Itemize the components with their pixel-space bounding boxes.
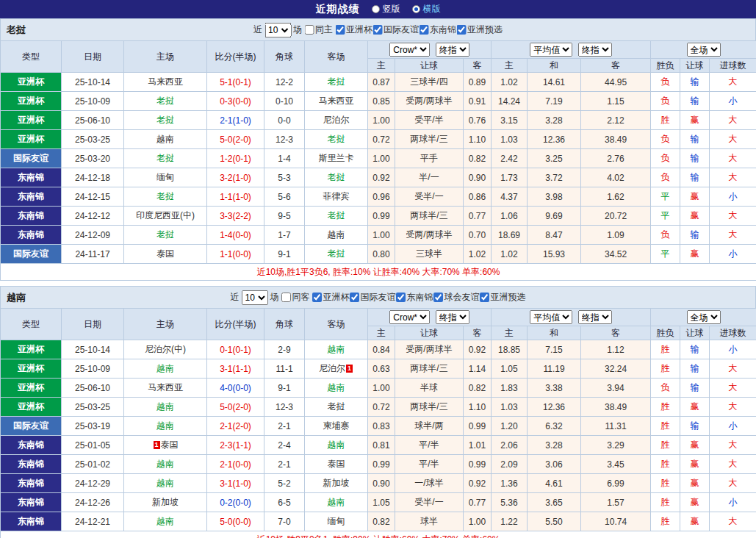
match-row: 亚洲杯 25-10-14 尼泊尔(中) 0-1(0-1) 2-9 越南 0.84… [1,340,756,359]
match-row: 国际友谊 25-03-19 越南 2-1(2-0) 2-1 柬埔寨 0.83 球… [1,417,756,436]
competition-badge: 东南锦 [1,436,62,455]
match-date: 24-12-12 [62,207,124,226]
checkbox-icon[interactable] [350,293,359,302]
col-header-corner: 角球 [264,41,305,73]
checkbox-icon[interactable] [304,25,314,35]
away-team: 老挝 [305,73,368,92]
checkbox-icon[interactable] [480,293,489,302]
team-label: 泰国 [161,440,179,450]
result-goals: 小 [710,92,756,111]
away-team: 老挝 [305,207,368,226]
sub-header-euro-away: 客 [581,59,651,73]
home-team: 老挝 [124,149,207,168]
checkbox-icon[interactable] [396,293,406,302]
team-label: 缅甸 [328,516,345,526]
competition-checkbox[interactable]: 球会友谊 [433,291,480,304]
result-goals: 大 [710,359,756,379]
euro-draw-odds: 6.32 [528,417,581,436]
match-row: 东南锦 24-12-15 老挝 1-1(1-0) 5-6 菲律宾 0.96 受半… [1,187,756,207]
euro-draw-odds: 7.15 [528,340,581,359]
corner-count: 12-2 [264,73,305,92]
col-header-away: 客场 [305,309,368,340]
checkbox-icon[interactable] [312,293,322,302]
checkbox-icon[interactable] [335,25,345,35]
euro-home-odds: 5.36 [492,493,528,512]
asian-home-odds: 0.83 [368,417,395,436]
asian-handicap: 两球半/三 [395,398,464,417]
full-match-select[interactable]: 全场 [687,310,721,324]
asian-handicap: 受两/两球半 [395,226,464,245]
radio-icon[interactable] [412,5,420,13]
competition-checkbox[interactable]: 亚洲杯 [335,24,372,36]
section-header: 老挝 近 10 场 同主 亚洲杯国际友谊东南锦亚洲预选 [0,18,756,40]
match-date: 25-03-25 [62,130,124,149]
bookmaker-select[interactable]: Crow* [389,310,430,324]
checkbox-icon[interactable] [456,25,466,35]
competition-checkbox[interactable]: 亚洲杯 [312,291,350,304]
same-venue-checkbox[interactable]: 同客 [281,291,310,304]
competition-checkbox[interactable]: 亚洲预选 [456,24,503,36]
euro-draw-odds: 14.61 [528,73,581,92]
result-wdl: 负 [651,130,680,149]
score: 5-0(2-0) [207,398,264,417]
euro-average-select[interactable]: 平均值 [530,43,572,57]
match-date: 25-01-05 [62,436,124,455]
result-wdl: 胜 [651,359,680,379]
sub-header-euro-draw: 和 [528,59,581,73]
result-goals: 大 [710,379,756,398]
euro-away-odds: 1.57 [581,493,651,512]
full-match-select[interactable]: 全场 [687,43,721,57]
layout-radio-vertical[interactable]: 竖版 [372,3,400,15]
checkbox-icon[interactable] [372,25,382,35]
asian-handicap: 一/球半 [395,474,464,493]
euro-home-odds: 1.03 [492,398,528,417]
match-count-select[interactable]: 10 [242,290,268,305]
result-goals: 大 [710,398,756,417]
score: 1-1(1-0) [207,187,264,207]
result-goals: 小 [710,493,756,512]
euro-average-select[interactable]: 平均值 [530,310,572,324]
sub-header-wdl: 胜负 [651,59,680,73]
red-card-icon: 1 [154,441,160,449]
competition-checkbox[interactable]: 国际友谊 [350,291,396,304]
result-goals: 大 [710,130,756,149]
asian-away-odds: 1.14 [464,359,492,379]
asian-handicap: 两球半/三 [395,130,464,149]
team-label: 老挝 [328,401,345,412]
result-handicap: 输 [680,340,710,359]
asian-handicap: 受两/两球半 [395,92,464,111]
checkbox-icon[interactable] [419,25,428,35]
layout-radio-horizontal[interactable]: 横版 [412,3,441,15]
asian-away-odds: 1.10 [464,130,492,149]
result-handicap: 输 [680,149,710,168]
competition-checkbox[interactable]: 东南锦 [396,291,433,304]
corner-count: 9-5 [264,207,305,226]
euro-home-odds: 2.09 [492,455,528,474]
match-date: 25-03-20 [62,149,124,168]
euro-odds-time-select[interactable]: 终指 [578,310,612,324]
asian-handicap: 球半/两 [395,417,464,436]
sub-header-handicap: 让球 [395,59,464,73]
asian-home-odds: 0.72 [368,130,395,149]
asian-odds-time-select[interactable]: 终指 [436,310,469,324]
asian-odds-time-select[interactable]: 终指 [436,43,469,57]
competition-checkbox[interactable]: 国际友谊 [372,24,419,36]
result-handicap: 输 [680,130,710,149]
team-label: 老挝 [156,115,174,125]
radio-icon[interactable] [372,5,380,13]
competition-checkbox[interactable]: 东南锦 [419,24,456,36]
result-wdl: 胜 [651,493,680,512]
bookmaker-select[interactable]: Crow* [389,43,430,57]
result-wdl: 负 [651,92,680,111]
home-team: 越南 [124,130,207,149]
competition-checkbox[interactable]: 亚洲预选 [480,291,526,304]
competition-badge: 东南锦 [1,455,62,474]
match-count-select[interactable]: 10 [264,23,291,37]
team-label: 越南 [156,420,174,431]
checkbox-icon[interactable] [281,293,291,302]
euro-odds-time-select[interactable]: 终指 [578,43,612,57]
same-venue-checkbox[interactable]: 同主 [304,24,333,36]
euro-home-odds: 1.83 [492,379,528,398]
asian-home-odds: 0.90 [368,474,395,493]
checkbox-icon[interactable] [433,293,443,302]
